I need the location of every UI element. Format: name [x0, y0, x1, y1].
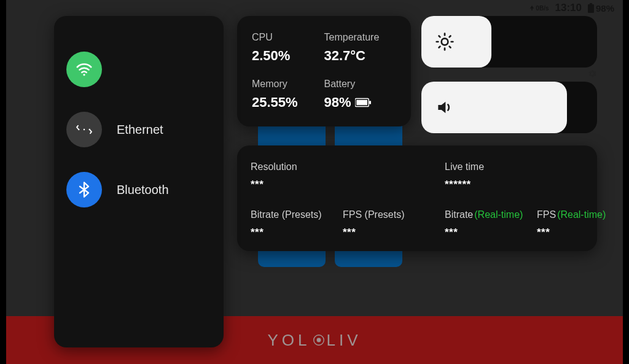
fps-preset-value: *** — [343, 227, 404, 239]
fps-rt-label: FPS (Real-time) — [537, 209, 606, 220]
temp-label: Temperature — [324, 32, 397, 43]
settings-gear-icon[interactable] — [587, 69, 597, 79]
fps-rt-value: *** — [537, 227, 606, 239]
sun-icon — [435, 32, 455, 52]
volume-slider[interactable] — [421, 82, 597, 133]
volume-icon — [435, 98, 455, 117]
bluetooth-label: Bluetooth — [117, 183, 169, 197]
wifi-icon — [75, 60, 93, 79]
cpu-value: 2.50% — [252, 48, 324, 64]
mem-label: Memory — [252, 79, 324, 90]
brightness-fill — [421, 16, 491, 68]
batt-label: Battery — [324, 79, 397, 90]
resolution-label: Resolution — [251, 161, 297, 172]
ethernet-label: Ethernet — [117, 123, 163, 137]
bluetooth-icon — [76, 181, 93, 198]
svg-point-11 — [442, 39, 448, 45]
resolution-value: *** — [251, 179, 297, 191]
system-stats-panel: CPU 2.50% Temperature 32.7°C Memory 25.5… — [237, 16, 411, 126]
bluetooth-toggle[interactable]: Bluetooth — [66, 172, 211, 207]
bitrate-rt-label: Bitrate(Real-time) — [445, 209, 525, 220]
svg-line-18 — [439, 47, 440, 48]
ethernet-toggle[interactable]: Ethernet — [66, 112, 211, 147]
bitrate-preset-value: *** — [251, 227, 330, 239]
livetime-label: Live time — [445, 161, 484, 172]
svg-line-19 — [450, 36, 451, 37]
bitrate-rt-value: *** — [445, 227, 525, 239]
svg-line-17 — [450, 47, 451, 48]
brightness-slider[interactable] — [421, 16, 597, 68]
svg-rect-9 — [356, 100, 367, 105]
livetime-value: ****** — [445, 179, 484, 191]
stream-info-panel: Resolution *** Bitrate (Presets) *** FPS… — [237, 145, 597, 251]
wifi-toggle[interactable] — [66, 52, 211, 87]
svg-line-16 — [439, 36, 440, 37]
svg-point-6 — [84, 129, 85, 131]
ethernet-icon — [75, 120, 93, 139]
battery-full-icon — [355, 98, 371, 107]
cpu-label: CPU — [252, 32, 324, 43]
bitrate-preset-label: Bitrate (Presets) — [251, 209, 330, 220]
connection-panel: Ethernet Bluetooth — [54, 16, 224, 347]
svg-point-4 — [83, 74, 85, 76]
temp-value: 32.7°C — [324, 48, 397, 64]
svg-rect-10 — [369, 101, 371, 104]
fps-preset-label: FPS (Presets) — [343, 209, 404, 220]
mem-value: 25.55% — [252, 95, 324, 110]
batt-value: 98% — [324, 95, 397, 110]
